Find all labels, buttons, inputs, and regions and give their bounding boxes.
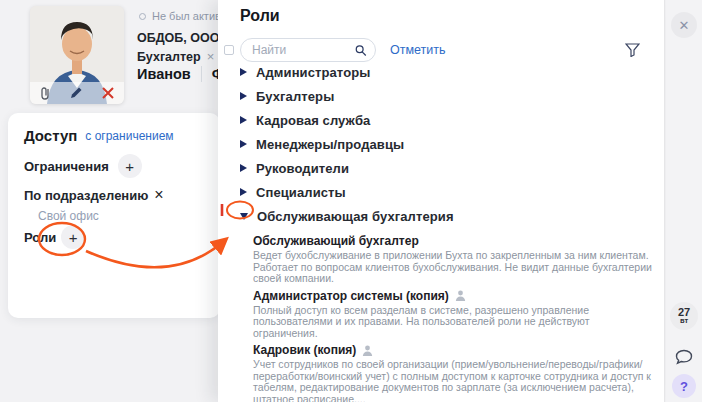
search-icon[interactable] [355,44,367,57]
position-name: Бухгалтер [137,50,201,64]
position-tag: Бухгалтер × [137,50,214,64]
calendar-date-button[interactable]: 27 вт [670,302,698,330]
restrictions-header: Ограничения + [24,154,142,178]
role-group-list: Администраторы Бухгалтеры Кадровая служб… [240,60,654,402]
mark-link[interactable]: Отметить [390,43,446,57]
role-group-managers[interactable]: Менеджеры/продавцы [240,132,654,156]
collapse-triangle-icon[interactable] [240,213,248,220]
remove-position-icon[interactable]: × [207,52,215,62]
restriction-value: Свой офис [38,209,99,223]
expand-triangle-icon[interactable] [240,116,247,124]
photo-toolbar [30,82,124,104]
role-item[interactable]: Обслуживающий бухгалтер Ведет бухобслужи… [253,234,657,285]
close-panel-button[interactable]: ✕ [671,12,697,38]
company-name: ОБДОБ, ООО [137,31,219,45]
status-dot-icon [139,13,146,20]
access-header: Доступ с ограничением [24,127,174,144]
expand-triangle-icon[interactable] [240,188,247,196]
expand-triangle-icon[interactable] [240,92,247,100]
right-rail: ✕ 27 вт ? [666,0,702,402]
edit-pencil-icon[interactable] [69,86,83,100]
expand-triangle-icon[interactable] [240,164,247,172]
close-icon: ✕ [679,18,690,33]
role-group-executives[interactable]: Руководители [240,156,654,180]
role-item[interactable]: Администратор системы (копия) Полный дос… [253,289,657,340]
help-button[interactable]: ? [672,374,696,398]
role-group-service-accounting[interactable]: Обслуживающая бухгалтерия [240,204,654,228]
roles-header: Роли + [24,225,85,249]
filter-funnel-icon[interactable] [625,43,640,57]
role-group-administrators[interactable]: Администраторы [240,60,654,84]
restrictions-label: Ограничения [24,159,109,174]
chat-button[interactable] [671,344,697,370]
access-card: Доступ с ограничением Ограничения + По п… [8,113,220,318]
role-item[interactable]: Кадровик (копия) Учет сотрудников по сво… [253,343,657,402]
expand-triangle-icon[interactable] [240,68,247,76]
restriction-name: По подразделению [24,188,148,203]
user-icon [362,345,373,356]
restriction-item: По подразделению × [24,186,164,204]
last-name-field[interactable]: Иванов [137,66,191,82]
remove-restriction-icon[interactable]: × [154,186,163,204]
roles-panel-title: Роли [240,7,280,25]
question-mark-icon: ? [680,379,688,394]
add-role-button[interactable]: + [61,225,85,249]
add-restriction-button[interactable]: + [118,154,142,178]
paperclip-icon[interactable] [39,86,51,100]
field-divider [201,66,202,82]
roles-toolbar: Отметить [224,38,650,62]
employee-photo [30,6,124,104]
search-input[interactable] [252,43,355,57]
access-mode-link[interactable]: с ограничением [85,129,173,143]
expand-triangle-icon[interactable] [240,140,247,148]
access-title: Доступ [24,127,77,144]
role-group-hr[interactable]: Кадровая служба [240,108,654,132]
user-icon [455,290,466,301]
role-items-list: Обслуживающий бухгалтер Ведет бухобслужи… [253,234,657,402]
chat-bubble-icon [675,349,693,365]
roles-label: Роли [24,230,56,245]
select-all-checkbox[interactable] [224,45,234,55]
role-group-specialists[interactable]: Специалисты [240,180,654,204]
delete-photo-icon[interactable] [101,86,115,100]
search-field[interactable] [240,38,376,62]
restriction-value-row: Свой офис [38,209,99,223]
role-group-accountants[interactable]: Бухгалтеры [240,84,654,108]
roles-panel: Роли Отметить Администраторы Бухгалтеры … [218,0,665,402]
